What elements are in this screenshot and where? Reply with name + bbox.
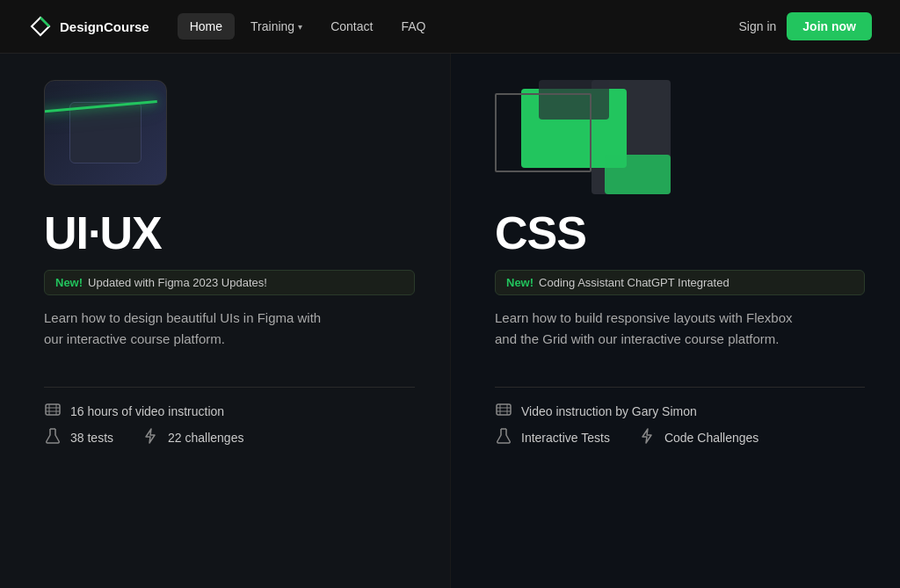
css-video-text: Video instruction by Gary Simon xyxy=(521,404,697,418)
css-panel: CSS New! Coding Assistant ChatGPT Integr… xyxy=(450,54,900,588)
uiux-feature-video: 16 hours of video instruction xyxy=(44,403,415,419)
css-features-row: Interactive Tests Code Challenges xyxy=(495,428,865,447)
css-challenges: Code Challenges xyxy=(638,428,758,447)
css-visual xyxy=(495,80,671,194)
css-new-label: New! xyxy=(506,276,533,289)
logo-text: DesignCourse xyxy=(60,19,149,34)
uiux-tests-text: 38 tests xyxy=(70,431,113,445)
logo[interactable]: DesignCourse xyxy=(28,14,149,39)
css-outline xyxy=(495,93,592,172)
uiux-description: Learn how to design beautiful UIs in Fig… xyxy=(44,308,343,350)
css-description: Learn how to build responsive layouts wi… xyxy=(495,308,794,350)
css-feature-video: Video instruction by Gary Simon xyxy=(495,403,865,419)
film-icon xyxy=(44,403,62,419)
film-icon-css xyxy=(495,403,512,419)
chevron-down-icon: ▾ xyxy=(298,22,302,32)
svg-rect-5 xyxy=(497,404,511,415)
uiux-challenges: 22 challenges xyxy=(142,428,243,447)
uiux-divider xyxy=(44,387,415,388)
nav-home[interactable]: Home xyxy=(178,13,235,40)
uiux-tests: 38 tests xyxy=(44,428,113,447)
css-tests-text: Interactive Tests xyxy=(521,431,610,445)
uiux-device-inner xyxy=(69,102,142,164)
bolt-icon xyxy=(142,428,159,447)
css-hero-image xyxy=(495,80,671,194)
uiux-hero-image xyxy=(44,80,185,194)
uiux-features-row: 38 tests 22 challenges xyxy=(44,428,415,447)
uiux-course-title: UI·UX xyxy=(44,210,415,256)
flask-icon xyxy=(44,428,62,447)
nav-links: Home Training ▾ Contact FAQ xyxy=(178,13,732,40)
logo-icon xyxy=(28,14,53,39)
uiux-new-badge: New! Updated with Figma 2023 Updates! xyxy=(44,270,415,295)
uiux-challenges-text: 22 challenges xyxy=(168,431,243,445)
svg-rect-0 xyxy=(46,404,60,415)
nav-training[interactable]: Training ▾ xyxy=(238,13,315,40)
css-divider xyxy=(495,387,865,388)
uiux-new-subtitle: Updated with Figma 2023 Updates! xyxy=(88,276,267,289)
css-tests: Interactive Tests xyxy=(495,428,610,447)
main-content: UI·UX New! Updated with Figma 2023 Updat… xyxy=(0,54,900,588)
css-green-br xyxy=(605,155,671,194)
uiux-device-visual xyxy=(44,80,167,185)
nav-faq[interactable]: FAQ xyxy=(388,13,438,40)
bolt-icon-css xyxy=(638,428,656,447)
nav-right: Sign in Join now xyxy=(739,12,872,40)
css-challenges-text: Code Challenges xyxy=(664,431,758,445)
uiux-new-label: New! xyxy=(55,276,83,289)
uiux-panel: UI·UX New! Updated with Figma 2023 Updat… xyxy=(0,54,450,588)
uiux-video-text: 16 hours of video instruction xyxy=(70,404,224,418)
join-now-button[interactable]: Join now xyxy=(787,12,872,40)
css-features: Video instruction by Gary Simon Interact… xyxy=(495,403,865,447)
nav-contact[interactable]: Contact xyxy=(318,13,385,40)
sign-in-link[interactable]: Sign in xyxy=(739,19,777,33)
navigation: DesignCourse Home Training ▾ Contact FAQ… xyxy=(0,0,900,54)
css-course-title: CSS xyxy=(495,210,865,256)
flask-icon-css xyxy=(495,428,512,447)
css-new-badge: New! Coding Assistant ChatGPT Integrated xyxy=(495,270,865,295)
uiux-features: 16 hours of video instruction 38 tests xyxy=(44,403,415,447)
css-new-subtitle: Coding Assistant ChatGPT Integrated xyxy=(539,276,729,289)
